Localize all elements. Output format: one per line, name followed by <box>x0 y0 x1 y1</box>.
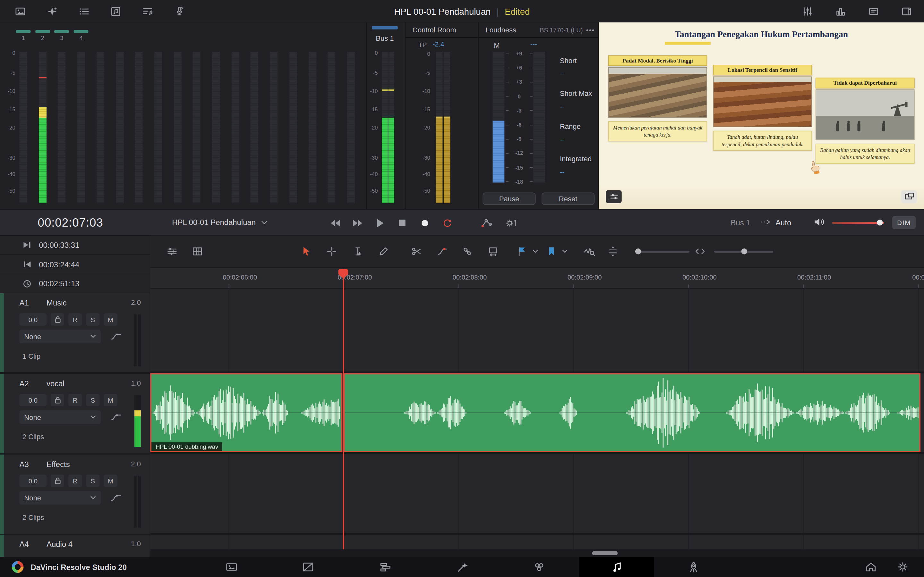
timeline-tracks-area[interactable]: HPL 00-01 dubbing.wav <box>150 288 924 550</box>
monitor-source-label[interactable]: Bus 1 <box>731 218 750 227</box>
monitor-volume-slider[interactable] <box>832 222 884 224</box>
voice-over-microphone-icon[interactable] <box>172 4 186 18</box>
metadata-icon[interactable] <box>866 4 880 18</box>
page-media-button[interactable] <box>216 557 247 577</box>
dim-button[interactable]: DIM <box>892 216 916 229</box>
playhead[interactable] <box>343 269 344 549</box>
automation-curve-icon[interactable] <box>110 330 122 342</box>
play-button[interactable] <box>373 215 387 230</box>
marker-dropdown-icon[interactable] <box>561 248 568 254</box>
lock-icon[interactable] <box>51 474 64 487</box>
timecode-row-2[interactable]: 00:03:24:44 <box>0 255 150 274</box>
solo-button[interactable]: S <box>86 394 99 406</box>
timeline-view-options-icon[interactable] <box>165 244 179 258</box>
fit-timeline-icon[interactable] <box>693 244 707 258</box>
volume-knob[interactable] <box>877 219 883 226</box>
speaker-icon[interactable] <box>813 217 825 227</box>
waveform-zoom-icon[interactable] <box>582 244 596 258</box>
range-selection-tool-icon[interactable] <box>325 244 339 258</box>
track-name[interactable]: vocal <box>47 379 65 388</box>
loop-button[interactable] <box>439 215 454 230</box>
track-gain-field[interactable]: 0.0 <box>19 313 47 326</box>
sound-library-icon[interactable] <box>108 4 123 18</box>
mute-button[interactable]: M <box>103 313 117 326</box>
zoom-knob[interactable] <box>741 248 747 254</box>
track-gain-field[interactable]: 0.0 <box>19 394 47 406</box>
project-manager-button[interactable] <box>856 557 887 577</box>
record-arm-button[interactable]: R <box>68 474 82 487</box>
media-pool-icon[interactable] <box>13 4 27 18</box>
edit-selection-tool-icon[interactable] <box>351 244 365 258</box>
fast-forward-button[interactable] <box>350 215 365 230</box>
flag-dropdown-icon[interactable] <box>531 248 539 254</box>
mute-button[interactable]: M <box>103 474 117 487</box>
effects-preset-select[interactable]: None <box>19 410 101 424</box>
timeline-selector[interactable]: HPL 00-01 Pendahuluan <box>172 218 267 227</box>
page-edit-button[interactable] <box>370 557 401 577</box>
rewind-button[interactable] <box>328 215 342 230</box>
reset-button[interactable]: Reset <box>541 193 594 205</box>
automation-curve-tool-icon[interactable] <box>435 244 449 258</box>
pause-button[interactable]: Pause <box>483 193 535 205</box>
timecode-row-3[interactable]: 00:02:51:13 <box>0 274 150 293</box>
track-header-a4[interactable]: A4 Audio 4 1.0 <box>0 535 150 557</box>
timeline-ruler[interactable]: 00:02:06:0000:02:07:0000:02:08:0000:02:0… <box>150 268 924 288</box>
record-arm-button[interactable]: R <box>68 394 82 406</box>
monitor-auto-label[interactable]: Auto <box>775 218 791 227</box>
automation-curve-icon[interactable] <box>110 492 122 504</box>
meters-icon[interactable] <box>833 4 847 18</box>
video-scroller-icon[interactable] <box>486 244 500 258</box>
track-name[interactable]: Effects <box>47 460 70 469</box>
scrollbar-handle[interactable] <box>592 551 618 555</box>
selection-tool-icon[interactable] <box>299 244 313 258</box>
automation-toggle-icon[interactable] <box>480 216 494 230</box>
lock-icon[interactable] <box>51 313 64 326</box>
page-color-button[interactable] <box>524 557 555 577</box>
audio-clip-1[interactable]: HPL 00-01 dubbing.wav <box>150 373 342 452</box>
horizontal-zoom-slider[interactable] <box>635 251 690 253</box>
track-header-a2[interactable]: A2 vocal 1.0 0.0 R S M None 2 Clips <box>0 374 150 453</box>
effects-preset-select[interactable]: None <box>19 491 101 504</box>
track-name[interactable]: Audio 4 <box>47 540 73 548</box>
timeline-grid-icon[interactable] <box>190 244 204 258</box>
marker-button[interactable] <box>544 244 559 258</box>
loudness-menu-icon[interactable] <box>585 27 594 33</box>
track-header-a1[interactable]: A1 Music 2.0 0.0 R S M None 1 Clip <box>0 293 150 372</box>
pencil-tool-icon[interactable] <box>376 244 391 258</box>
inspector-icon[interactable] <box>899 4 913 18</box>
record-button[interactable] <box>417 215 432 230</box>
settings-gear-button[interactable] <box>887 557 918 577</box>
mixer-icon[interactable] <box>800 4 814 18</box>
record-arm-button[interactable]: R <box>68 313 82 326</box>
page-fairlight-button-active[interactable] <box>580 557 654 577</box>
vertical-zoom-slider[interactable] <box>714 251 773 253</box>
page-deliver-button[interactable] <box>678 557 709 577</box>
stop-button[interactable] <box>395 215 410 230</box>
viewer-overlay-settings-icon[interactable] <box>606 190 622 203</box>
track-gain-field[interactable]: 0.0 <box>19 474 47 487</box>
razor-tool-icon[interactable] <box>410 244 424 258</box>
solo-button[interactable]: S <box>86 313 99 326</box>
effects-preset-select[interactable]: None <box>19 330 101 343</box>
index-icon[interactable] <box>77 4 91 18</box>
horizontal-scrollbar[interactable] <box>150 550 924 557</box>
zoom-knob[interactable] <box>635 248 641 254</box>
flag-button[interactable] <box>515 244 529 258</box>
main-timecode[interactable]: 00:02:07:03 <box>38 216 103 229</box>
link-clips-icon[interactable] <box>460 244 474 258</box>
solo-button[interactable]: S <box>86 474 99 487</box>
audio-clip-2[interactable] <box>344 373 921 452</box>
timecode-row-1[interactable]: 00:00:33:31 <box>0 235 150 255</box>
automation-curve-icon[interactable] <box>110 411 122 423</box>
automation-settings-icon[interactable] <box>504 216 519 230</box>
lock-icon[interactable] <box>51 394 64 406</box>
track-header-a3[interactable]: A3 Effects 2.0 0.0 R S M None 2 Clips <box>0 455 150 534</box>
adr-icon[interactable] <box>140 4 154 18</box>
picture-in-picture-icon[interactable] <box>901 190 917 203</box>
track-height-icon[interactable] <box>606 244 620 258</box>
page-cut-button[interactable] <box>293 557 324 577</box>
page-fusion-button[interactable] <box>447 557 478 577</box>
effects-library-icon[interactable] <box>45 4 59 18</box>
track-name[interactable]: Music <box>47 298 66 307</box>
mute-button[interactable]: M <box>103 394 117 406</box>
